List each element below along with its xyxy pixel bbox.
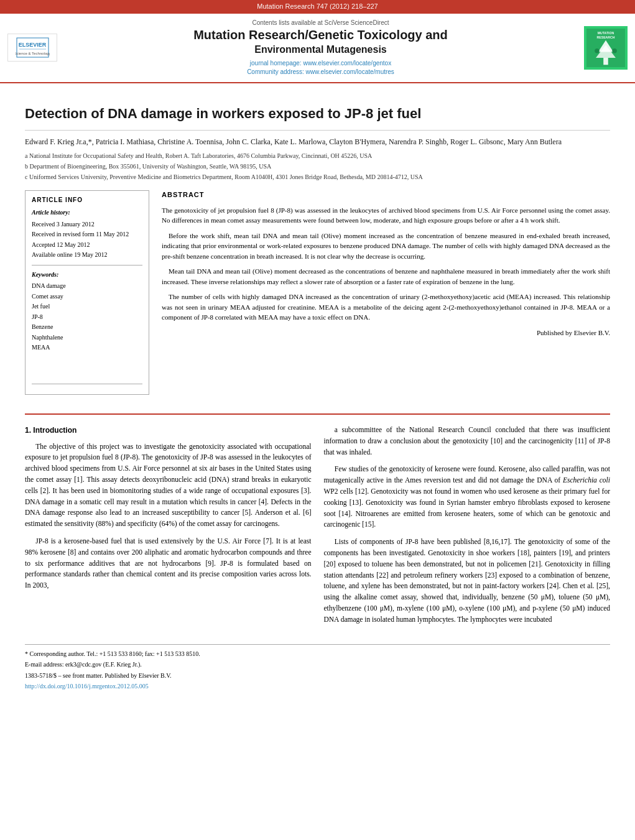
keyword-2: Comet assay [32, 292, 142, 302]
right-para-3: Lists of components of JP-8 have been pu… [324, 537, 611, 625]
info-abstract-section: ARTICLE INFO Article history: Received 3… [25, 190, 610, 401]
section-divider [25, 413, 610, 415]
journal-homepage: journal homepage: www.elsevier.com/locat… [63, 59, 578, 77]
intro-number: 1. [25, 426, 31, 435]
abstract-para-1: The genotoxicity of jet propulsion fuel … [162, 205, 610, 226]
keyword-1: DNA damage [32, 282, 142, 291]
footnote-email-text: E-mail address: erk3@cdc.gov (E.F. Krieg… [25, 661, 142, 668]
abstract-heading: ABSTRACT [162, 190, 610, 200]
abstract-para-4: The number of cells with highly damaged … [162, 292, 610, 323]
keyword-7: MEAA [32, 343, 142, 353]
svg-point-11 [612, 48, 617, 53]
svg-text:MUTATION: MUTATION [598, 31, 614, 35]
affiliation-c: c Uniformed Services University, Prevent… [25, 172, 610, 182]
svg-text:Science & Technology: Science & Technology [16, 52, 50, 55]
community-text: Community address: www.elsevier.com/loca… [247, 68, 394, 75]
abstract-column: ABSTRACT The genotoxicity of jet propuls… [162, 190, 610, 401]
intro-para-1: The objective of this project was to inv… [25, 441, 312, 530]
article-info-heading: ARTICLE INFO [32, 196, 142, 205]
main-content: Detection of DNA damage in workers expos… [0, 83, 635, 703]
authors-line: Edward F. Krieg Jr.a,*, Patricia I. Math… [25, 137, 610, 147]
article-info-box: ARTICLE INFO Article history: Received 3… [25, 190, 149, 395]
keyword-4: JP-8 [32, 313, 142, 322]
journal-citation: Mutation Research 747 (2012) 218–227 [257, 2, 378, 10]
footnote-corresponding: * Corresponding author. Tel.: +1 513 533… [25, 650, 610, 659]
article-info-column: ARTICLE INFO Article history: Received 3… [25, 190, 149, 401]
footnote-doi: http://dx.doi.org/10.1016/j.mrgentox.201… [25, 682, 610, 691]
footnote-email: E-mail address: erk3@cdc.gov (E.F. Krieg… [25, 660, 610, 670]
keyword-3: Jet fuel [32, 302, 142, 312]
elsevier-logo-area: ELSEVIER Science & Technology [7, 34, 57, 62]
elsevier-logo: ELSEVIER Science & Technology [7, 34, 57, 62]
mutation-research-logo: MUTATION RESEARCH [584, 26, 628, 70]
svg-text:RESEARCH: RESEARCH [597, 35, 615, 39]
journal-center-info: Contents lists available at SciVerse Sci… [63, 19, 578, 77]
affiliation-a: a National Institute for Occupational Sa… [25, 151, 610, 160]
received-date: Received 3 January 2012 [32, 220, 142, 229]
body-right-column: a subcommittee of the National Research … [324, 425, 611, 632]
intro-para-2: JP-8 is a kerosene-based fuel that is us… [25, 536, 312, 591]
contents-label: Contents lists available at SciVerse Sci… [63, 19, 578, 28]
keyword-6: Naphthalene [32, 333, 142, 343]
article-title: Detection of DNA damage in workers expos… [25, 104, 610, 131]
intro-title: Introduction [33, 426, 76, 435]
journal-title-line1: Mutation Research/Genetic Toxicology and [63, 27, 578, 42]
right-para-2: Few studies of the genotoxicity of keros… [324, 464, 611, 530]
authors-text: Edward F. Krieg Jr.a,*, Patricia I. Math… [25, 137, 562, 146]
right-para-1: a subcommittee of the National Research … [324, 425, 611, 458]
footnote-issn: 1383-5718/$ – see front matter. Publishe… [25, 672, 610, 681]
accepted-date: Accepted 12 May 2012 [32, 241, 142, 250]
history-label: Article history: [32, 208, 142, 218]
keywords-list: DNA damage Comet assay Jet fuel JP-8 Ben… [32, 282, 142, 353]
body-content: 1. Introduction The objective of this pr… [25, 425, 610, 632]
abstract-text: The genotoxicity of jet propulsion fuel … [162, 205, 610, 338]
journal-title-line2: Environmental Mutagenesis [63, 42, 578, 57]
svg-rect-9 [603, 58, 608, 65]
affiliation-b: b Department of Bioengineering, Box 3550… [25, 162, 610, 171]
revised-date: Received in revised form 11 May 2012 [32, 230, 142, 239]
svg-text:ELSEVIER: ELSEVIER [18, 42, 46, 48]
intro-section-title: 1. Introduction [25, 425, 312, 436]
body-left-column: 1. Introduction The objective of this pr… [25, 425, 312, 632]
journal-header: ELSEVIER Science & Technology Contents l… [0, 14, 635, 83]
doi-link[interactable]: http://dx.doi.org/10.1016/j.mrgentox.201… [25, 683, 149, 690]
footnote-area: * Corresponding author. Tel.: +1 513 533… [25, 644, 610, 691]
abstract-para-2: Before the work shift, mean tail DNA and… [162, 231, 610, 262]
available-date: Available online 19 May 2012 [32, 251, 142, 260]
abstract-para-3: Mean tail DNA and mean tail (Olive) mome… [162, 266, 610, 287]
keyword-5: Benzene [32, 323, 142, 332]
svg-point-10 [595, 48, 600, 53]
published-by: Published by Elsevier B.V. [162, 328, 610, 338]
journal-citation-bar: Mutation Research 747 (2012) 218–227 [0, 0, 635, 14]
affiliations: a National Institute for Occupational Sa… [25, 151, 610, 182]
homepage-text: journal homepage: www.elsevier.com/locat… [250, 60, 391, 67]
keywords-label: Keywords: [32, 270, 142, 280]
